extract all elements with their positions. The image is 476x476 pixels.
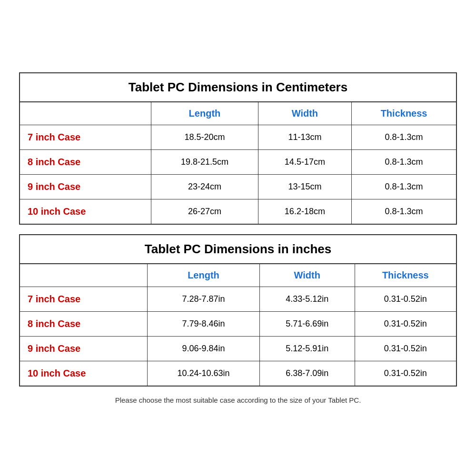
in-section: Tablet PC Dimensions in inches Length Wi… <box>19 234 457 387</box>
row-thickness: 0.31-0.52in <box>355 361 456 386</box>
row-thickness: 0.31-0.52in <box>355 311 456 336</box>
row-width: 6.38-7.09in <box>259 361 355 386</box>
row-thickness: 0.8-1.3cm <box>352 125 456 149</box>
row-thickness: 0.31-0.52in <box>355 336 456 361</box>
in-col-width: Width <box>259 264 355 287</box>
row-length: 7.79-8.46in <box>148 311 260 336</box>
cm-col-label <box>20 102 151 125</box>
cm-table: Length Width Thickness 7 inch Case 18.5-… <box>20 102 456 224</box>
row-width: 16.2-18cm <box>258 199 352 224</box>
table-row: 10 inch Case 10.24-10.63in 6.38-7.09in 0… <box>20 361 456 386</box>
table-row: 7 inch Case 18.5-20cm 11-13cm 0.8-1.3cm <box>20 125 456 149</box>
cm-section: Tablet PC Dimensions in Centimeters Leng… <box>19 72 457 225</box>
row-width: 13-15cm <box>258 174 352 199</box>
in-table: Length Width Thickness 7 inch Case 7.28-… <box>20 264 456 386</box>
row-label: 10 inch Case <box>20 199 151 224</box>
in-col-length: Length <box>148 264 260 287</box>
row-length: 9.06-9.84in <box>148 336 260 361</box>
in-table-body: 7 inch Case 7.28-7.87in 4.33-5.12in 0.31… <box>20 287 456 386</box>
table-row: 8 inch Case 19.8-21.5cm 14.5-17cm 0.8-1.… <box>20 149 456 174</box>
table-row: 9 inch Case 9.06-9.84in 5.12-5.91in 0.31… <box>20 336 456 361</box>
row-thickness: 0.8-1.3cm <box>352 199 456 224</box>
footer-note: Please choose the most suitable case acc… <box>19 396 457 404</box>
row-width: 11-13cm <box>258 125 352 149</box>
cm-col-length: Length <box>151 102 258 125</box>
table-row: 9 inch Case 23-24cm 13-15cm 0.8-1.3cm <box>20 174 456 199</box>
cm-section-title: Tablet PC Dimensions in Centimeters <box>20 73 456 102</box>
table-row: 7 inch Case 7.28-7.87in 4.33-5.12in 0.31… <box>20 287 456 311</box>
in-col-label <box>20 264 148 287</box>
table-row: 8 inch Case 7.79-8.46in 5.71-6.69in 0.31… <box>20 311 456 336</box>
in-section-title: Tablet PC Dimensions in inches <box>20 235 456 264</box>
row-width: 5.12-5.91in <box>259 336 355 361</box>
row-length: 10.24-10.63in <box>148 361 260 386</box>
row-thickness: 0.8-1.3cm <box>352 149 456 174</box>
row-width: 4.33-5.12in <box>259 287 355 311</box>
in-col-thickness: Thickness <box>355 264 456 287</box>
row-label: 8 inch Case <box>20 149 151 174</box>
cm-col-thickness: Thickness <box>352 102 456 125</box>
cm-header-row: Length Width Thickness <box>20 102 456 125</box>
row-thickness: 0.31-0.52in <box>355 287 456 311</box>
cm-table-body: 7 inch Case 18.5-20cm 11-13cm 0.8-1.3cm … <box>20 125 456 224</box>
row-length: 23-24cm <box>151 174 258 199</box>
row-label: 9 inch Case <box>20 336 148 361</box>
cm-col-width: Width <box>258 102 352 125</box>
row-label: 9 inch Case <box>20 174 151 199</box>
row-label: 7 inch Case <box>20 125 151 149</box>
row-thickness: 0.8-1.3cm <box>352 174 456 199</box>
row-width: 14.5-17cm <box>258 149 352 174</box>
row-width: 5.71-6.69in <box>259 311 355 336</box>
row-label: 8 inch Case <box>20 311 148 336</box>
row-length: 18.5-20cm <box>151 125 258 149</box>
in-header-row: Length Width Thickness <box>20 264 456 287</box>
row-length: 19.8-21.5cm <box>151 149 258 174</box>
row-label: 10 inch Case <box>20 361 148 386</box>
row-length: 26-27cm <box>151 199 258 224</box>
table-row: 10 inch Case 26-27cm 16.2-18cm 0.8-1.3cm <box>20 199 456 224</box>
row-length: 7.28-7.87in <box>148 287 260 311</box>
row-label: 7 inch Case <box>20 287 148 311</box>
page-container: Tablet PC Dimensions in Centimeters Leng… <box>10 63 466 414</box>
